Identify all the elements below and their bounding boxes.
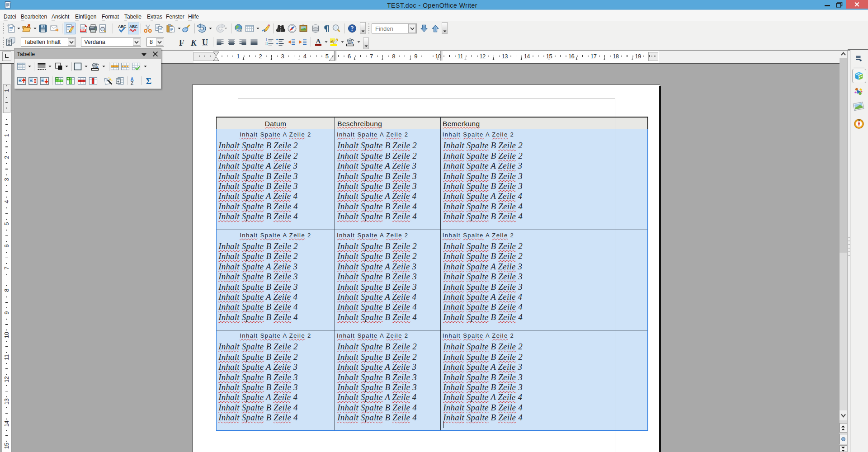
svg-text:Σ: Σ (146, 76, 151, 85)
svg-text:?: ? (350, 25, 354, 32)
svg-text:PDF: PDF (80, 29, 85, 32)
svg-text:A: A (316, 37, 321, 44)
svg-text:I: I (266, 38, 267, 42)
svg-text:Z: Z (131, 81, 133, 86)
svg-text:ABC: ABC (129, 24, 138, 29)
svg-text:N: N (858, 119, 860, 122)
svg-text:II: II (265, 42, 268, 46)
svg-text:ABC: ABC (118, 24, 127, 29)
